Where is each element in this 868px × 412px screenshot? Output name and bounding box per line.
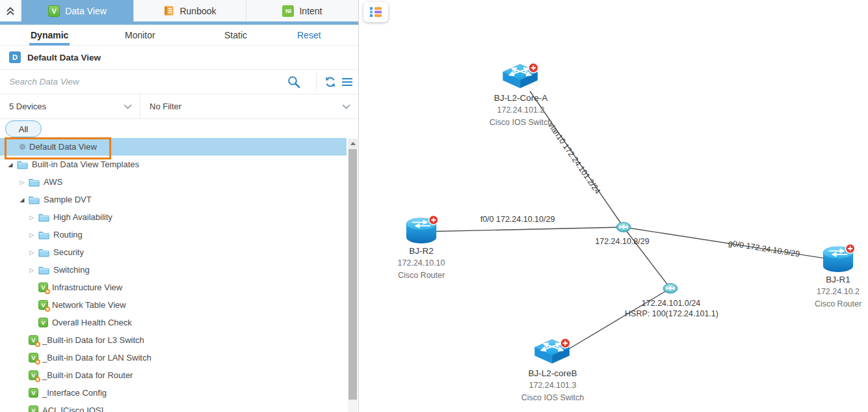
tree-item-label: Routing [53,230,83,240]
search-input[interactable] [0,70,358,94]
orange-dot-badge [45,289,50,294]
expand-arrow[interactable]: ▷ [18,179,26,185]
router-icon [821,243,856,275]
device-ip: 172.24.101.3 [504,379,601,392]
tree-item[interactable]: ▷ High Availability [0,208,347,226]
tree-item[interactable]: V _Built-in Data for L3 Switch [0,331,347,349]
item-icon: V [29,353,38,363]
tree-item[interactable]: V _Built-in Data for LAN Switch [0,349,347,366]
tree-item-label: _Built-in Data for LAN Switch [42,353,151,363]
expand-arrow[interactable]: ▷ [28,232,36,238]
tree-item[interactable]: V Infrastructure View [0,279,347,296]
tree-item[interactable]: V _Built-in Data for Router [0,366,347,384]
search-icon[interactable] [287,75,301,89]
device-icon [472,62,570,93]
item-icon [38,230,49,240]
tree-item[interactable]: V ACL [Cisco IOS] [0,402,347,412]
reset-link[interactable]: Reset [297,30,321,40]
device-node[interactable]: BJ-R2 172.24.10.10 Cisco Router [373,215,470,282]
tree-item[interactable]: V Network Table View [0,296,347,314]
filter-dropdown[interactable]: No Filter [140,94,358,118]
link-label[interactable]: f0/0 172.24.10.10/29 [480,215,555,224]
tree-item-label: _Built-in Data for L3 Switch [42,335,144,345]
expand-arrow[interactable]: ◢ [7,161,14,168]
expand-arrow[interactable]: ◢ [18,197,26,203]
link-label[interactable]: HSRP: 100(172.24.101.1) [625,309,718,318]
tab-runbook[interactable]: Runbook [133,0,246,21]
tab-runbook-label: Runbook [179,6,216,16]
subtab-monitor[interactable]: Monitor [125,30,155,40]
tab-intent[interactable]: NI Intent [246,0,358,21]
tree-item[interactable]: ▷ Switching [0,261,347,279]
tree-item[interactable]: ▷ AWS [0,173,347,191]
link-label[interactable]: 172.24.10.8/29 [595,237,649,246]
all-filter-pill[interactable]: All [5,120,42,137]
search-row [0,70,358,94]
tree-item-label: High Availability [53,212,112,222]
legend-icon [369,7,382,18]
device-count-dropdown[interactable]: 5 Devices [0,94,140,118]
device-name: BJ-R2 [373,245,470,257]
item-icon [38,266,49,275]
expand-arrow[interactable]: ▷ [28,214,36,221]
expand-arrow[interactable]: ▷ [28,249,36,256]
orange-dot-badge [35,359,40,364]
data-view-v-icon: V [29,405,38,412]
refresh-icon[interactable] [324,76,337,89]
filter-label: No Filter [150,102,181,111]
menu-icon[interactable] [341,77,353,87]
topology-map[interactable]: BJ-L2-Core-A 172.24.101.2 Cisco IOS Swit… [360,0,868,412]
tree-area: All Default Data View ◢ Built-in Data Vi… [0,119,358,412]
subtab-bar: Dynamic Monitor Static Reset [0,25,358,46]
tab-intent-label: Intent [299,6,322,16]
tree-item-label: Security [53,247,84,257]
item-icon: V [38,318,48,327]
device-ip: 172.24.101.2 [472,104,570,117]
subtab-static[interactable]: Static [224,30,247,40]
subtab-dynamic[interactable]: Dynamic [31,30,68,40]
device-node[interactable]: BJ-L2-Core-A 172.24.101.2 Cisco IOS Swit… [472,62,570,129]
tree-item[interactable]: ◢ Built-in Data View Templates [0,156,347,173]
map-legend-button[interactable] [363,2,388,22]
orange-dot-badge [35,342,40,347]
chevron-down-icon [124,104,132,109]
device-node[interactable]: BJ-L2-coreB 172.24.101.3 Cisco IOS Switc… [504,337,601,404]
data-view-v-icon: V [38,318,48,327]
page-title: Default Data View [27,53,101,62]
tree-item[interactable]: Default Data View [0,138,347,156]
tree-item-label: Built-in Data View Templates [32,159,139,169]
tree-item[interactable]: V Overall Health Check [0,314,347,331]
scrollbar-thumb[interactable] [349,149,357,400]
lan-junction-icon[interactable] [663,284,677,294]
lan-junction-icon[interactable] [616,223,631,232]
device-name: BJ-L2-Core-A [472,92,570,104]
tree-item-label: _Interface Config [42,388,107,398]
add-data-badge-icon [429,215,438,225]
tree-item-label: Default Data View [29,142,97,152]
tree-item[interactable]: ▷ Routing [0,226,347,243]
item-icon [20,144,25,150]
tree-item[interactable]: V _Interface Config [0,384,347,402]
switch-icon [501,62,540,93]
device-model: Cisco Router [789,298,868,310]
data-view-sidebar: V Data View Runbook NI Intent Dynamic Mo… [0,0,359,412]
add-data-badge-icon [846,244,855,253]
item-icon [17,160,28,169]
collapse-panel-button[interactable] [0,0,21,21]
tree-item-label: Sample DVT [44,195,92,204]
data-view-d-icon: D [9,51,21,63]
device-name: BJ-R1 [789,273,868,286]
device-name: BJ-L2-coreB [504,367,601,379]
expand-arrow[interactable]: ▷ [28,267,36,273]
tree-item[interactable]: ◢ Sample DVT [0,191,347,208]
device-icon [373,215,470,246]
tree-scrollbar[interactable] [348,139,358,412]
switch-icon [533,337,572,368]
tree-item[interactable]: ▷ Security [0,243,347,261]
link-label[interactable]: 172.24.101.0/24 [642,299,700,308]
device-node[interactable]: BJ-R1 172.24.10.2 Cisco Router [789,243,868,310]
tab-data-view[interactable]: V Data View [21,0,133,21]
scroll-up-button[interactable] [348,139,358,148]
tree-item-label: Infrastructure View [52,282,122,292]
device-count-label: 5 Devices [9,102,46,111]
